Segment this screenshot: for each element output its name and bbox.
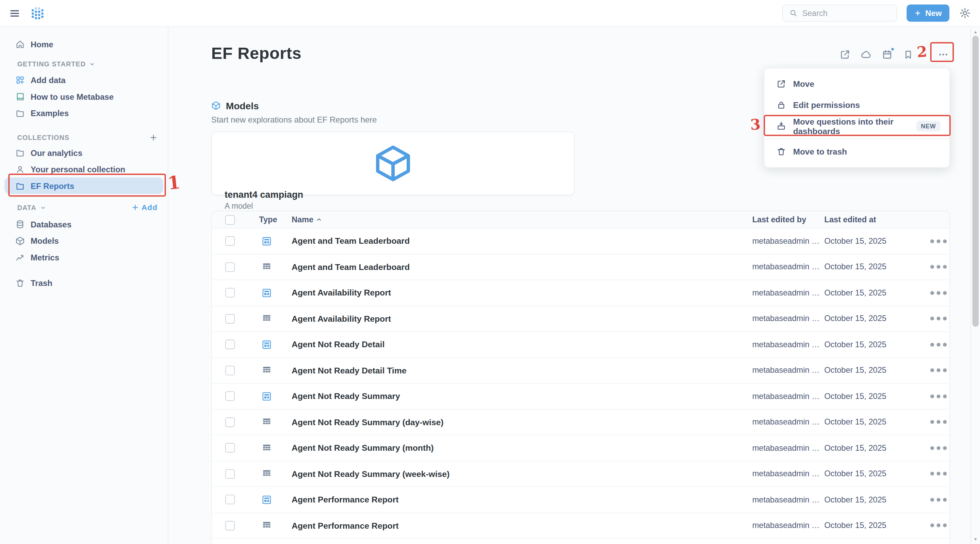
table-row[interactable]: Agent Performance Report metabaseadmin …… xyxy=(212,513,950,539)
table-row[interactable]: Agent Not Ready Summary metabaseadmin … … xyxy=(212,384,950,410)
sidebar-item-trash[interactable]: Trash xyxy=(5,274,163,291)
table-row[interactable]: Agent Availability Report metabaseadmin … xyxy=(212,306,950,332)
item-name-link[interactable]: Agent Not Ready Summary (day-wise) xyxy=(292,417,752,427)
sidebar-item-databases[interactable]: Databases xyxy=(5,216,163,233)
sidebar-item-metrics[interactable]: Metrics xyxy=(5,249,163,266)
item-name-link[interactable]: Agent Not Ready Summary xyxy=(292,391,752,401)
row-menu-button[interactable] xyxy=(928,541,950,544)
column-header-edited-at[interactable]: Last edited at xyxy=(824,215,919,224)
row-menu-button[interactable] xyxy=(928,437,950,459)
menu-item-move[interactable]: Move xyxy=(764,73,950,95)
column-header-edited-by[interactable]: Last edited by xyxy=(752,215,824,224)
item-type-icon xyxy=(262,340,272,349)
table-row[interactable]: Agent and Team Leaderboard metabaseadmin… xyxy=(212,228,950,254)
menu-item-edit-permissions[interactable]: Edit permissions xyxy=(764,95,950,116)
sidebar-section-getting-started[interactable]: GETTING STARTED xyxy=(0,59,168,69)
row-checkbox[interactable] xyxy=(225,314,235,324)
column-header-type[interactable]: Type xyxy=(250,215,292,224)
move-collection-icon[interactable] xyxy=(840,49,851,59)
new-button-label: New xyxy=(925,8,942,18)
item-name-link[interactable]: Agent Not Ready Detail xyxy=(292,340,752,349)
trash-icon xyxy=(15,278,25,288)
row-checkbox[interactable] xyxy=(225,521,235,530)
row-menu-button[interactable] xyxy=(928,230,950,252)
menu-item-move-questions-into-dashboards[interactable]: Move questions into their dashboards NEW xyxy=(764,115,950,137)
search-input[interactable] xyxy=(802,8,890,18)
row-checkbox[interactable] xyxy=(225,469,235,479)
collection-menu-button[interactable] xyxy=(932,46,954,63)
search-bar[interactable] xyxy=(782,5,897,22)
row-menu-button[interactable] xyxy=(928,489,950,510)
item-name-link[interactable]: Agent and Team Leaderboard xyxy=(292,262,752,272)
sidebar-item-ef-reports[interactable]: EF Reports xyxy=(5,177,163,194)
column-header-name[interactable]: Name xyxy=(292,215,752,224)
table-row[interactable]: Agent Not Ready Detail Time metabaseadmi… xyxy=(212,358,950,384)
item-name-link[interactable]: Agent Not Ready Summary (month) xyxy=(292,443,752,453)
row-menu-button[interactable] xyxy=(928,256,950,278)
item-edited-at: October 15, 2025 xyxy=(824,366,919,375)
row-menu-button[interactable] xyxy=(928,515,950,536)
row-menu-button[interactable] xyxy=(928,359,950,381)
models-section-header: Models xyxy=(211,100,259,111)
row-menu-button[interactable] xyxy=(928,463,950,485)
sidebar-section-data[interactable]: DATA Add xyxy=(0,202,168,212)
scroll-up-arrow[interactable]: ▲ xyxy=(971,29,980,34)
row-checkbox[interactable] xyxy=(225,443,235,453)
scroll-down-arrow[interactable]: ▼ xyxy=(971,537,980,541)
item-name-link[interactable]: Agent Availability Report xyxy=(292,288,752,298)
metabase-logo-icon[interactable] xyxy=(30,6,45,21)
row-checkbox[interactable] xyxy=(225,288,235,298)
row-menu-button[interactable] xyxy=(928,333,950,356)
item-name-link[interactable]: Agent and Team Leaderboard xyxy=(292,236,752,246)
row-checkbox[interactable] xyxy=(225,340,235,349)
item-name-link[interactable]: Agent Not Ready Detail Time xyxy=(292,365,752,375)
select-all-checkbox[interactable] xyxy=(225,215,235,224)
menu-item-move-to-trash[interactable]: Move to trash xyxy=(764,141,950,162)
sidebar-item-examples[interactable]: Examples xyxy=(5,105,163,121)
model-card[interactable]: tenant4 campiagn A model xyxy=(211,131,575,195)
item-edited-at: October 15, 2025 xyxy=(824,236,919,246)
item-name-link[interactable]: Agent Availability Report xyxy=(292,314,752,324)
sidebar-toggle-icon[interactable] xyxy=(9,8,21,19)
item-name-link[interactable]: Agent Performance Report xyxy=(292,495,752,504)
row-menu-button[interactable] xyxy=(928,385,950,407)
table-row[interactable]: Agent Not Ready Summary (month) metabase… xyxy=(212,436,950,461)
row-checkbox[interactable] xyxy=(225,262,235,272)
row-checkbox[interactable] xyxy=(225,391,235,401)
row-menu-button[interactable] xyxy=(928,308,950,330)
sidebar-item-how-to-use[interactable]: How to use Metabase xyxy=(5,88,163,105)
table-row[interactable]: Agent Not Ready Detail metabaseadmin … O… xyxy=(212,332,950,358)
sidebar-section-collections[interactable]: COLLECTIONS xyxy=(0,132,168,142)
settings-gear-icon[interactable] xyxy=(959,7,971,19)
item-edited-at: October 15, 2025 xyxy=(824,340,919,349)
table-row[interactable]: Agent Availability Report metabaseadmin … xyxy=(212,280,950,306)
new-collection-plus-icon[interactable] xyxy=(150,133,158,141)
row-checkbox[interactable] xyxy=(225,495,235,504)
table-row[interactable]: Agent Productivity By Queue metabaseadmi… xyxy=(212,539,950,544)
row-menu-button[interactable] xyxy=(928,411,950,433)
row-menu-button[interactable] xyxy=(928,282,950,304)
row-checkbox[interactable] xyxy=(225,365,235,375)
sidebar-item-add-data[interactable]: Add data xyxy=(5,72,163,88)
row-checkbox[interactable] xyxy=(225,417,235,427)
sidebar-item-home[interactable]: Home xyxy=(5,36,163,53)
item-name-link[interactable]: Agent Not Ready Summary (week-wise) xyxy=(292,469,752,479)
row-checkbox[interactable] xyxy=(225,236,235,246)
scrollbar-thumb[interactable] xyxy=(972,36,979,327)
sidebar-item-personal-collection[interactable]: Your personal collection xyxy=(5,161,163,178)
sidebar-item-models[interactable]: Models xyxy=(5,233,163,249)
table-row[interactable]: Agent Not Ready Summary (day-wise) metab… xyxy=(212,410,950,436)
table-row[interactable]: Agent and Team Leaderboard metabaseadmin… xyxy=(212,254,950,280)
page-scrollbar: ▲ ▼ xyxy=(970,27,980,544)
add-data-link[interactable]: Add xyxy=(131,203,158,212)
upload-cloud-icon[interactable] xyxy=(861,49,872,59)
new-button[interactable]: New xyxy=(907,5,950,22)
table-row[interactable]: Agent Not Ready Summary (week-wise) meta… xyxy=(212,461,950,487)
item-type-icon xyxy=(262,262,272,272)
events-calendar-icon[interactable] xyxy=(882,49,892,59)
item-name-link[interactable]: Agent Performance Report xyxy=(292,521,752,530)
table-row[interactable]: Agent Performance Report metabaseadmin …… xyxy=(212,487,950,513)
item-edited-at: October 15, 2025 xyxy=(824,314,919,323)
sidebar-item-our-analytics[interactable]: Our analytics xyxy=(5,144,163,161)
bookmark-icon[interactable] xyxy=(903,49,914,59)
